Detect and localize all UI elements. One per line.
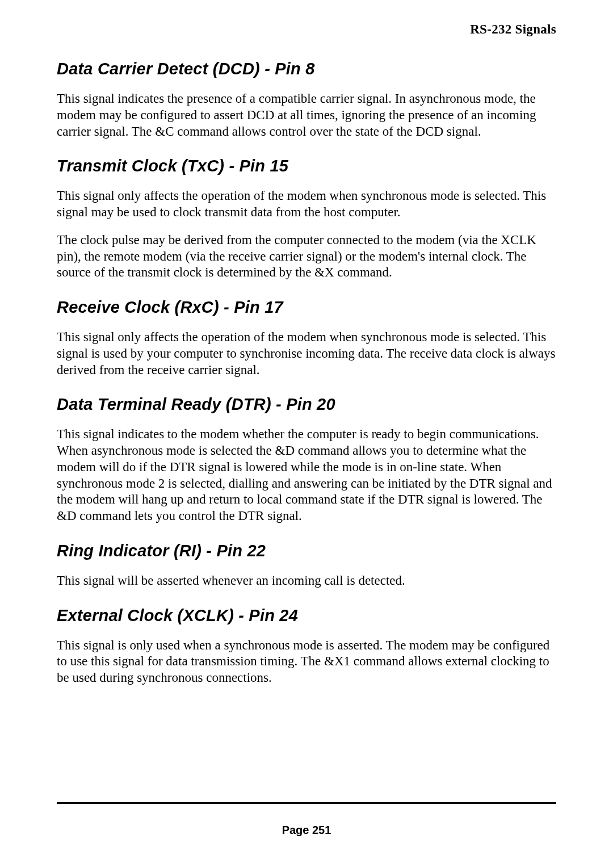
paragraph: This signal only affects the operation o…: [57, 329, 556, 378]
section-heading-dtr: Data Terminal Ready (DTR) - Pin 20: [57, 395, 556, 414]
paragraph: This signal indicates the presence of a …: [57, 91, 556, 140]
section-heading-ri: Ring Indicator (RI) - Pin 22: [57, 542, 556, 560]
section-heading-dcd: Data Carrier Detect (DCD) - Pin 8: [57, 60, 556, 78]
section-heading-xclk: External Clock (XCLK) - Pin 24: [57, 606, 556, 625]
section-heading-txc: Transmit Clock (TxC) - Pin 15: [57, 157, 556, 175]
paragraph: This signal is only used when a synchron…: [57, 638, 556, 686]
document-page: RS-232 Signals Data Carrier Detect (DCD)…: [0, 0, 613, 868]
paragraph: The clock pulse may be derived from the …: [57, 232, 556, 281]
paragraph: This signal only affects the operation o…: [57, 188, 556, 221]
page-footer: Page 251: [0, 824, 613, 837]
page-header: RS-232 Signals: [57, 22, 556, 37]
footer-divider: [57, 802, 556, 804]
paragraph: This signal indicates to the modem wheth…: [57, 426, 556, 525]
section-heading-rxc: Receive Clock (RxC) - Pin 17: [57, 298, 556, 317]
paragraph: This signal will be asserted whenever an…: [57, 573, 556, 589]
